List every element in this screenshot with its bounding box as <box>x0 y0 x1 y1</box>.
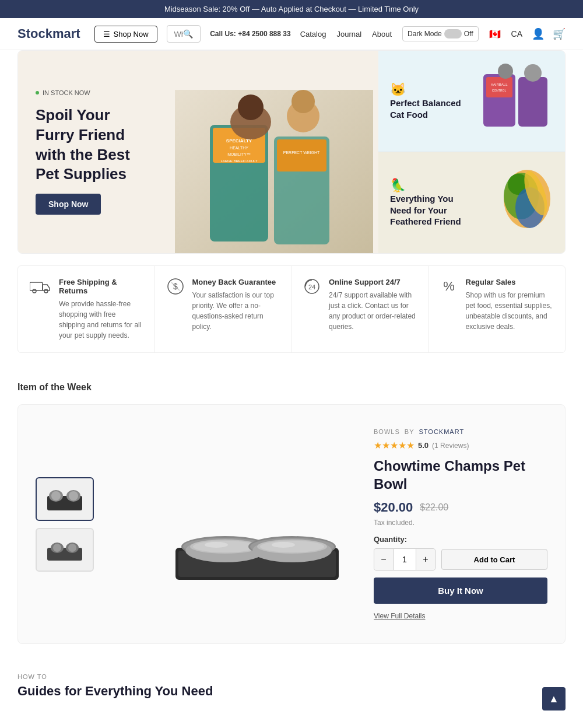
product-thumbnails <box>36 477 141 572</box>
quantity-row: − + Add to Cart <box>374 548 547 570</box>
truck-icon <box>30 278 51 298</box>
price-original: $22.00 <box>420 502 448 513</box>
scroll-top-icon: ▲ <box>549 693 559 699</box>
svg-point-13 <box>292 90 315 113</box>
scroll-to-top-button[interactable]: ▲ <box>542 687 566 699</box>
dark-mode-off-label: Off <box>464 30 473 38</box>
svg-rect-8 <box>277 139 326 172</box>
svg-point-27 <box>33 289 36 293</box>
features-bar: Free Shipping & Returns We provide hassl… <box>17 265 566 353</box>
in-stock-dot <box>36 91 39 94</box>
quantity-control: − + <box>374 548 436 570</box>
tax-note: Tax included. <box>374 519 547 527</box>
view-full-details-link[interactable]: View Full Details <box>374 612 425 620</box>
guides-title: Guides for Everything You Need <box>17 684 566 699</box>
hero-text: IN STOCK NOW Spoil Your Furry Friend wit… <box>18 51 170 253</box>
svg-point-19 <box>498 64 513 79</box>
cat-food-image: HAIRBALL CONTROL <box>477 62 553 140</box>
header: Stockmart ☰ Shop Now 🔍 Call Us: +84 2500… <box>0 18 583 50</box>
svg-point-20 <box>524 64 542 82</box>
thumbnail-1[interactable] <box>36 477 94 521</box>
review-count: (1 Reviews) <box>432 442 469 450</box>
header-icons: 👤 🛒 <box>532 27 566 40</box>
support-icon: 24 <box>303 278 321 299</box>
cat-food-title: Perfect Balanced Cat Food <box>390 97 470 120</box>
feature-sales-desc: Shop with us for premium pet food, essen… <box>466 290 554 332</box>
search-bar: 🔍 <box>167 25 201 43</box>
breadcrumb-by: by <box>405 428 414 435</box>
feature-support-text: Online Support 24/7 24/7 support availab… <box>329 278 416 332</box>
call-us-label: Call Us: <box>210 30 236 38</box>
product-breadcrumb: BOWLS by Stockmart <box>374 428 547 435</box>
hero-images: SPECIALTY HEALTHY MOBILITY™ LARGE BREED … <box>170 51 378 253</box>
cat-food-card[interactable]: 🐱 Perfect Balanced Cat Food HAIRBALL CON… <box>378 51 565 152</box>
svg-point-37 <box>51 491 61 501</box>
feature-support: 24 Online Support 24/7 24/7 support avai… <box>292 266 429 352</box>
svg-rect-18 <box>518 77 547 127</box>
svg-point-57 <box>272 542 295 548</box>
cat-food-text: Perfect Balanced Cat Food <box>390 97 470 120</box>
guarantee-icon: $ <box>167 278 184 299</box>
breadcrumb-brand[interactable]: Stockmart <box>419 428 464 435</box>
buy-now-button[interactable]: Buy It Now <box>374 578 547 604</box>
quantity-label: Quantity: <box>374 535 547 544</box>
user-icon[interactable]: 👤 <box>532 27 545 40</box>
svg-point-56 <box>205 542 228 548</box>
svg-point-28 <box>44 289 48 293</box>
svg-text:LARGE BREED ADULT: LARGE BREED ADULT <box>220 159 258 163</box>
how-to-section: HOW TO Guides for Everything You Need <box>0 656 583 699</box>
bird-title: Everything You Need for Your Feathered F… <box>390 193 470 228</box>
feature-support-title: Online Support 24/7 <box>329 278 416 286</box>
call-us: Call Us: +84 2500 888 33 <box>210 30 290 38</box>
nav-journal[interactable]: Journal <box>336 30 361 38</box>
thumbnail-2[interactable] <box>36 528 94 572</box>
banner-text: Midseason Sale: 20% Off — Auto Applied a… <box>164 5 419 13</box>
svg-text:PERFECT WEIGHT: PERFECT WEIGHT <box>283 150 320 155</box>
region-flag[interactable]: 🇨🇦 <box>489 29 501 40</box>
svg-rect-15 <box>486 77 512 97</box>
bowl-svg <box>158 460 356 589</box>
dark-mode-toggle[interactable]: Dark Mode Off <box>402 26 478 41</box>
bird-text: Everything You Need for Your Feathered F… <box>390 193 470 228</box>
svg-text:CONTROL: CONTROL <box>492 89 507 92</box>
cat-icon: 🐱 <box>390 82 470 97</box>
price-row: $20.00 $22.00 <box>374 500 547 515</box>
search-input[interactable] <box>174 30 184 38</box>
hero-section: IN STOCK NOW Spoil Your Furry Friend wit… <box>17 50 566 254</box>
hero-shop-button[interactable]: Shop Now <box>36 194 101 215</box>
cart-icon[interactable]: 🛒 <box>553 27 566 40</box>
svg-rect-26 <box>30 282 43 290</box>
menu-icon: ☰ <box>103 30 110 38</box>
quantity-increase-button[interactable]: + <box>416 549 435 570</box>
feature-sales-text: Regular Sales Shop with us for premium p… <box>466 278 554 332</box>
add-to-cart-button[interactable]: Add to Cart <box>441 549 547 570</box>
product-name: Chowtime Champs Pet Bowl <box>374 457 547 493</box>
how-to-label: HOW TO <box>17 673 566 680</box>
bird-card[interactable]: 🦜 Everything You Need for Your Feathered… <box>378 152 565 253</box>
feature-shipping: Free Shipping & Returns We provide hassl… <box>18 266 155 352</box>
svg-point-43 <box>68 544 76 552</box>
product-main-image <box>158 437 356 612</box>
hero-side-cards: 🐱 Perfect Balanced Cat Food HAIRBALL CON… <box>378 51 565 253</box>
shop-now-label: Shop Now <box>114 30 149 38</box>
quantity-decrease-button[interactable]: − <box>374 549 393 570</box>
nav-catalog[interactable]: Catalog <box>300 30 326 38</box>
svg-text:MOBILITY™: MOBILITY™ <box>227 152 251 156</box>
shop-now-button[interactable]: ☰ Shop Now <box>94 26 157 43</box>
top-banner: Midseason Sale: 20% Off — Auto Applied a… <box>0 0 583 18</box>
feature-support-desc: 24/7 support available with just a click… <box>329 290 416 332</box>
feature-guarantee: $ Money Back Guarantee Your satisfaction… <box>155 266 292 352</box>
hero-image-svg: SPECIALTY HEALTHY MOBILITY™ LARGE BREED … <box>175 90 373 253</box>
feature-shipping-text: Free Shipping & Returns We provide hassl… <box>59 278 143 341</box>
svg-point-11 <box>238 94 264 120</box>
feature-shipping-desc: We provide hassle-free shopping with fre… <box>59 299 143 341</box>
nav-about[interactable]: About <box>372 30 392 38</box>
quantity-input[interactable] <box>393 549 416 570</box>
product-stars: ★★★★★ 5.0 (1 Reviews) <box>374 440 547 451</box>
search-icon[interactable]: 🔍 <box>183 29 193 38</box>
hero-heading: Spoil Your Furry Friend with the Best Pe… <box>36 106 152 184</box>
dark-mode-switch[interactable] <box>444 29 462 38</box>
section-title: Item of the Week <box>17 382 566 393</box>
in-stock-label: IN STOCK NOW <box>43 89 90 96</box>
feature-sales: % Regular Sales Shop with us for premium… <box>429 266 566 352</box>
